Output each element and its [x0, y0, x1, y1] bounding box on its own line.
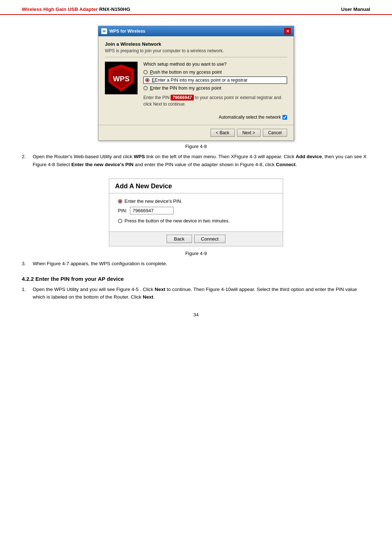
item-2-text: Open the Router's Web-based Utility and … [33, 153, 370, 168]
numbered-list-3: 1. Open the WPS Utility and you will see… [22, 286, 370, 301]
add-device-radio2-row: Press the button of the new device in tw… [118, 218, 274, 223]
wps-link: WPS [134, 154, 145, 159]
model-name: RNX-N150HG [99, 7, 130, 12]
option1-text2: ccess point [199, 70, 222, 75]
section422-item1: 1. Open the WPS Utility and you will see… [22, 286, 370, 301]
option1-underline2: a [197, 70, 199, 75]
option2-radio[interactable] [145, 78, 150, 82]
add-device-radio2-label: Press the button of the new device in tw… [124, 218, 230, 223]
auto-checkbox[interactable] [282, 115, 287, 120]
numbered-list-1: 2. Open the Router's Web-based Utility a… [22, 153, 370, 168]
page-content: W WPS for Wireless ✕ Join a Wireless Net… [0, 15, 392, 332]
option3-label: Enter the PIN from my access point [150, 86, 221, 91]
pin-label: PIN: [118, 208, 127, 213]
back-button[interactable]: < Back [211, 129, 235, 137]
wps-dialog: W WPS for Wireless ✕ Join a Wireless Net… [98, 26, 294, 141]
item-2-num: 2. [22, 153, 29, 168]
pin-input[interactable] [130, 207, 173, 214]
add-device-title: Add A New Device [109, 179, 283, 193]
setup-question: Which setup method do you want to use? [143, 62, 287, 67]
wps-footer: < Back Next > Cancel [98, 125, 294, 140]
option1-radio[interactable] [143, 70, 148, 74]
header-right: User Manual [341, 7, 370, 12]
header-left: Wireless High Gain USB Adapter RNX-N150H… [22, 7, 130, 12]
add-device-radio1-row: Enter the new device's PIN. [118, 198, 274, 204]
wps-body: Join a Wireless Network WPS is preparing… [98, 36, 294, 125]
section-422-heading: 4.2.2 Enter the PIN from your AP device [22, 276, 370, 282]
svg-text:WPS: WPS [113, 75, 130, 83]
add-device-radio1[interactable] [118, 199, 122, 204]
figure-8-container: W WPS for Wireless ✕ Join a Wireless Net… [22, 26, 370, 149]
option3-radio[interactable] [143, 86, 148, 90]
add-device-footer: Back Connect [109, 231, 283, 246]
next-button[interactable]: Next > [237, 129, 261, 137]
pin-note: Enter the PIN 79666947 to your access po… [143, 94, 287, 107]
join-title: Join a Wireless Network [105, 41, 287, 47]
option3-row: Enter the PIN from my access point [143, 86, 287, 91]
product-name: Wireless High Gain USB Adapter [22, 7, 98, 12]
add-device-connect-btn[interactable]: Connect [194, 235, 225, 243]
add-device-link: Add device [296, 154, 322, 159]
item-3-num: 3. [22, 260, 29, 268]
enter-pin-link: Enter the new device's PIN [72, 162, 134, 167]
figure-8-caption: Figure 4-8 [185, 144, 207, 149]
auto-select-row: Automatically select the network [143, 115, 287, 120]
page-number: 34 [22, 312, 370, 317]
auto-label: Automatically select the network [219, 115, 281, 120]
add-device-box: Add A New Device Enter the new device's … [109, 178, 283, 246]
cancel-button[interactable]: Cancel [263, 129, 287, 137]
wps-shield-svg: WPS [108, 64, 135, 92]
option2-label: EEnter a PIN into my access point or a r… [152, 78, 248, 83]
option1-text: ush the button on my [153, 70, 196, 75]
option3-text: nter the PIN from my [153, 86, 196, 91]
divider-top [105, 57, 287, 57]
wps-titlebar: W WPS for Wireless ✕ [98, 26, 294, 36]
option2-text: Enter a PIN into my access point or a re… [155, 78, 248, 83]
add-device-radio1-label: Enter the new device's PIN. [124, 198, 182, 204]
item-3-text: When Figure 4-7 appears, the WPS configu… [33, 260, 370, 268]
wps-logo: WPS [105, 62, 138, 94]
add-device-pin-row: PIN: [118, 207, 274, 214]
list-item-3: 3. When Figure 4-7 appears, the WPS conf… [22, 260, 370, 268]
figure-9-caption: Figure 4-9 [185, 251, 207, 256]
join-subtitle: WPS is preparing to join your computer t… [105, 48, 287, 53]
add-device-back-btn[interactable]: Back [167, 235, 192, 243]
section422-item1-num: 1. [22, 286, 29, 301]
titlebar-left: W WPS for Wireless [101, 28, 145, 34]
figure-9-container: Add A New Device Enter the new device's … [22, 173, 370, 256]
next-link-2: Next [143, 294, 153, 300]
add-device-radio2[interactable] [118, 219, 122, 223]
list-item-2: 2. Open the Router's Web-based Utility a… [22, 153, 370, 168]
option2-row: EEnter a PIN into my access point or a r… [143, 77, 287, 84]
pin-highlight: 79666947 [171, 95, 193, 100]
option3-text2: ccess point [199, 86, 221, 91]
option1-row: Push the button on my access point [143, 70, 287, 75]
option1-label: Push the button on my access point [150, 70, 222, 75]
numbered-list-2: 3. When Figure 4-7 appears, the WPS conf… [22, 260, 370, 268]
section422-item1-text: Open the WPS Utility and you will see Fi… [33, 286, 370, 301]
wps-app-icon: W [101, 28, 107, 34]
page-header: Wireless High Gain USB Adapter RNX-N150H… [0, 0, 392, 15]
dialog-title: WPS for Wireless [109, 29, 145, 34]
add-device-body: Enter the new device's PIN. PIN: Press t… [109, 193, 283, 231]
wps-options: Which setup method do you want to use? P… [143, 62, 287, 120]
connect-link: Connect [276, 162, 295, 167]
manual-label: User Manual [341, 7, 370, 12]
content-row: WPS Which setup method do you want to us… [105, 62, 287, 120]
next-link-1: Next [155, 287, 165, 292]
close-button[interactable]: ✕ [284, 28, 291, 34]
